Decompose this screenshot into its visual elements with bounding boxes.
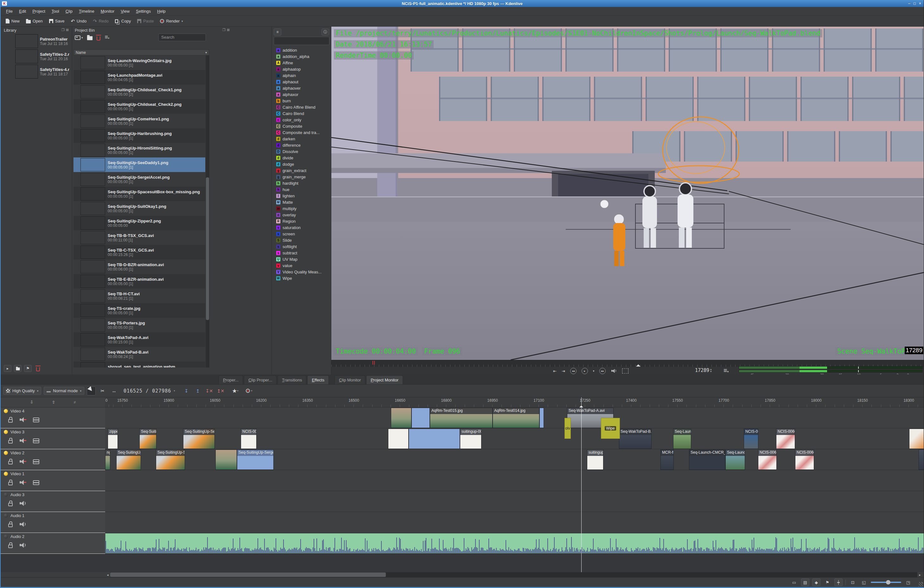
render-button[interactable]: Render▾	[157, 17, 185, 25]
effect-item[interactable]: ssoftlight	[276, 243, 331, 249]
effects-list-view-button[interactable]: ≡	[274, 28, 281, 35]
close-panel-icon[interactable]: ⊠	[66, 28, 69, 32]
menu-settings[interactable]: Settings	[133, 8, 153, 15]
insert-zone-button[interactable]: ↧	[182, 386, 191, 395]
effect-item[interactable]: ddarken	[276, 135, 331, 142]
menu-help[interactable]: Help	[154, 8, 168, 15]
mute-track-icon[interactable]	[20, 500, 26, 506]
lock-track-icon[interactable]	[8, 524, 13, 527]
bin-clip-row[interactable]: Seq-SuitingUp-SuitOkay1.png00:00:05:00 […	[74, 201, 205, 216]
track-target-dot[interactable]	[4, 514, 8, 518]
fast-forward-icon[interactable]: ▸▸	[599, 368, 606, 374]
bin-clip-row[interactable]: Seq-TS-crate.jpg00:00:05:00 [1]	[74, 303, 205, 318]
effects-search-input[interactable]	[274, 37, 330, 45]
bin-clip-row[interactable]: Seq-WakToPad-A.avi00:00:15:00 [1]	[74, 332, 205, 347]
mute-track-icon[interactable]	[20, 542, 26, 548]
track-lane-video-4[interactable]: AqRm-Test015.jpgAqRm-Test014.jpgSeq-WakT…	[105, 408, 924, 428]
copy-button[interactable]: Copy	[112, 17, 134, 25]
lock-track-icon[interactable]	[8, 461, 13, 464]
timeline-clip[interactable]: suitingup-0005.png	[460, 429, 482, 449]
bin-clip-row[interactable]: Seq-LaunchpadMontage.avi00:00:04:05 [1]	[74, 70, 205, 84]
resize-grip[interactable]	[919, 582, 923, 586]
effect-item[interactable]: aalphaxor	[276, 91, 331, 97]
effect-item[interactable]: SSlide	[276, 237, 331, 243]
timeline-clip[interactable]: Seq-WakToPad-B.avi	[619, 429, 652, 449]
selection-tool-button[interactable]	[87, 386, 96, 395]
effect-item[interactable]: ooverlay	[276, 211, 331, 218]
timeline-clip[interactable]	[540, 408, 544, 428]
zone-mode-icon[interactable]	[622, 368, 629, 373]
insert-track-below-icon[interactable]: ⇩	[30, 400, 34, 405]
effect-item[interactable]: hhardlight	[276, 180, 331, 186]
timeline-clip[interactable]: Seq-SuitingUp-SeeDaddy1.	[183, 429, 215, 449]
effect-item[interactable]: aaddition_alpha	[276, 53, 331, 59]
timeline-hscrollbar[interactable]: ◂ ▸	[105, 572, 922, 577]
tab-project-monitor[interactable]: Project Monitor	[366, 375, 403, 384]
timeline-clip[interactable]	[411, 408, 430, 428]
position-spinbox[interactable]: 17289 ▴▾	[695, 368, 711, 373]
menu-tool[interactable]: Tool	[49, 8, 62, 15]
effect-item[interactable]: llighten	[276, 193, 331, 199]
menu-clip[interactable]: Clip	[63, 8, 75, 15]
effect-item[interactable]: mmultiply	[276, 205, 331, 211]
timeline-clip[interactable]: Seq-SuitingUp	[139, 429, 157, 449]
timeline-clip[interactable]	[909, 429, 924, 449]
extract-zone-button[interactable]: ↧✕	[205, 386, 213, 395]
timeline-clip[interactable]	[409, 429, 460, 449]
timeline-clip[interactable]	[388, 429, 409, 449]
effect-item[interactable]: ddodge	[276, 161, 331, 167]
delete-clip-icon[interactable]	[97, 36, 101, 41]
zoom-slider[interactable]	[871, 581, 901, 583]
bin-clip-row[interactable]: shroud_sep_test_animation.webm00:00:20:0…	[74, 362, 205, 368]
add-folder-button[interactable]	[14, 365, 21, 372]
menu-monitor[interactable]: Monitor	[98, 8, 117, 15]
timeline-clip[interactable]: AqRm-Test014.jpg	[493, 408, 540, 428]
effect-item[interactable]: CComposite and tra...	[276, 129, 331, 135]
track-lane-audio-3[interactable]	[105, 491, 924, 512]
effect-item[interactable]: ddivide	[276, 155, 331, 161]
delete-from-library-button[interactable]	[34, 365, 42, 372]
render-button-small[interactable]: ▾	[244, 386, 253, 395]
add-clip-button[interactable]: ▾	[75, 35, 83, 40]
timeline-clip[interactable]	[215, 449, 237, 470]
timeline-clip[interactable]: Seq-SuitingUp-SergeiAccel.png	[237, 449, 274, 470]
timeline-clip[interactable]: AqRm-Test015.jpg	[430, 408, 493, 428]
tab-transitions[interactable]: Transitions	[277, 375, 306, 384]
bin-clip-row[interactable]: Seq-SuitingUp-Zipper2.png00:00:05:00	[74, 216, 205, 230]
effect-item[interactable]: ccolor_only	[276, 117, 331, 123]
track-lane-video-1[interactable]	[105, 470, 924, 491]
scrollbar-thumb[interactable]	[110, 573, 386, 577]
track-lane-video-2[interactable]: ngSeq-SuitingUp-HiromSeq-SuitingUp-SuitO…	[105, 449, 924, 470]
effect-item[interactable]: ggrain_merge	[276, 173, 331, 180]
bin-name-column-header[interactable]: Name ▾	[74, 50, 209, 55]
zoom-to-selection-icon[interactable]: ⊡	[849, 578, 857, 586]
effect-item[interactable]: ssaturation	[276, 224, 331, 231]
rewind-icon[interactable]: ◂◂	[570, 368, 576, 374]
audio-waveform-clip[interactable]	[105, 533, 924, 553]
set-zone-in-icon[interactable]: ⇤	[553, 369, 556, 373]
effect-item[interactable]: ddifference	[276, 142, 331, 148]
bin-clip-row[interactable]: Seq-TB-C-TSX_GCS.avi00:00:15:26 [1]	[74, 245, 205, 259]
bin-clip-row[interactable]: Seq-WakToPad-B.avi00:00:08:24 [1]	[74, 347, 205, 362]
timeline-clip[interactable]: NCIS-0060-pad-	[758, 449, 777, 470]
monitor-menu-icon[interactable]: ≡▾	[723, 367, 729, 374]
play-options-arrow[interactable]: ▾	[593, 369, 594, 373]
undo-button[interactable]: ↶Undo	[68, 17, 89, 25]
bookmark-button[interactable]: ⚑	[24, 365, 32, 372]
lock-track-icon[interactable]	[8, 545, 13, 548]
bin-scrollbar[interactable]	[206, 55, 210, 368]
track-header-video-1[interactable]: Video 1	[1, 470, 105, 491]
timeline-clip[interactable]: suitingup-0	[587, 449, 604, 470]
menu-project[interactable]: Project	[30, 8, 48, 15]
effects-info-button[interactable]: ⓘ	[322, 28, 329, 35]
tab-effects[interactable]: Effects	[307, 375, 329, 384]
bin-clip-row[interactable]: Seq-SuitingUp-ComeHere1.png00:00:05:00 […	[74, 114, 205, 128]
tab-proper-[interactable]: Proper...	[219, 375, 243, 384]
bin-clip-row[interactable]: Seq-TB-D-BZR-animation.avi00:00:06:00 [1…	[74, 259, 205, 274]
timeline-ruler[interactable]: 0157501590016050162001635016500166501680…	[105, 397, 924, 408]
bin-clip-row[interactable]: Seq-SuitingUp-SeeDaddy1.png00:00:05:00 […	[74, 157, 205, 172]
timecode-format-arrow[interactable]: ▾	[173, 389, 175, 392]
mute-track-icon[interactable]	[20, 521, 26, 527]
timeline-clip[interactable]: Seq-SuitingUp-SuitOkay1	[156, 449, 185, 470]
timeline-clip[interactable]: NCIS-0060-pad-09	[795, 449, 814, 470]
